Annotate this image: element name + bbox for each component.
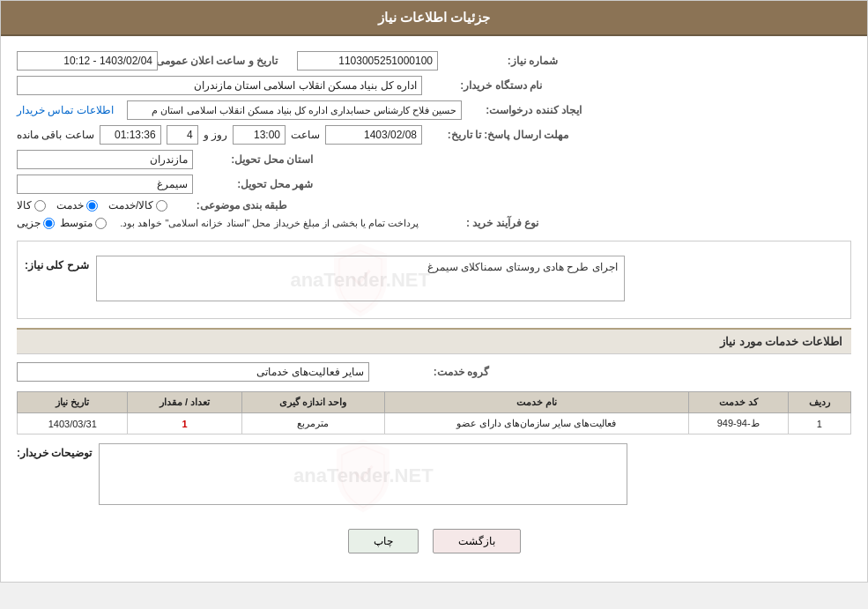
category-option-khedmat[interactable]: خدمت: [56, 199, 98, 212]
deadline-day-label: روز و: [204, 129, 227, 141]
row-province: استان محل تحویل: مازندران: [17, 147, 851, 172]
row-need-number: شماره نیاز: 1103005251000100 تاریخ و ساع…: [17, 48, 851, 73]
category-option-kala[interactable]: کالا: [17, 199, 46, 212]
row-service-group: گروه خدمت: سایر فعالیت‌های خدماتی: [17, 360, 851, 384]
row-category: طبقه بندی موضوعی: کالا/خدمت خدمت کالا: [17, 197, 851, 214]
services-table: ردیف کد خدمت نام خدمت واحد اندازه گیری ت…: [17, 391, 851, 434]
row-city: شهر محل تحویل: سیمرغ: [17, 172, 851, 197]
city-value: سیمرغ: [17, 175, 193, 194]
province-value: مازندران: [17, 150, 193, 169]
province-label: استان محل تحویل:: [198, 153, 313, 166]
cell-date-1: 1403/03/31: [18, 413, 128, 434]
cell-code-1: ط-94-949: [688, 413, 788, 434]
purchase-option-mutavasset[interactable]: متوسط: [60, 217, 107, 229]
col-header-code: کد خدمت: [688, 392, 788, 413]
category-option-kala-khedmat[interactable]: کالا/خدمت: [108, 199, 167, 212]
row-purchase-type: نوع فرآیند خرید : پرداخت تمام یا بخشی از…: [17, 214, 851, 232]
print-button[interactable]: چاپ: [348, 529, 419, 553]
deadline-remaining-label: ساعت باقی مانده: [17, 129, 94, 141]
deadline-date: 1403/02/08: [325, 125, 422, 145]
row-buyer-org: نام دستگاه خریدار: اداره کل بنیاد مسکن ا…: [17, 73, 851, 98]
deadline-label: مهلت ارسال پاسخ: تا تاریخ:: [427, 129, 568, 141]
narration-textarea[interactable]: [96, 256, 625, 301]
purchase-jozi-label: جزیی: [17, 217, 41, 229]
row-creator: ایجاد کننده درخواست: حسین فلاح کارشناس ح…: [17, 98, 851, 123]
deadline-day: 4: [167, 125, 198, 145]
buyer-desc-label: توضیحات خریدار:: [17, 443, 92, 459]
page-title: جزئیات اطلاعات نیاز: [378, 10, 490, 25]
cell-name-1: فعالیت‌های سایر سازمان‌های دارای عضو: [384, 413, 688, 434]
bottom-buttons: بازگشت چاپ: [17, 516, 851, 569]
page-header: جزئیات اطلاعات نیاز: [1, 1, 867, 36]
narration-label: شرح کلی نیاز:: [25, 256, 89, 271]
deadline-remaining: 01:13:36: [100, 125, 161, 145]
buyer-org-value: اداره کل بنیاد مسکن انقلاب اسلامی استان …: [17, 76, 422, 95]
narration-container: anaTender.NET اجرای طرح هادی روستای سمنا…: [96, 256, 625, 304]
narration-inner: anaTender.NET اجرای طرح هادی روستای سمنا…: [25, 256, 843, 304]
col-header-unit: واحد اندازه گیری: [241, 392, 384, 413]
page-wrapper: جزئیات اطلاعات نیاز شماره نیاز: 11030052…: [0, 0, 868, 583]
content-area: شماره نیاز: 1103005251000100 تاریخ و ساع…: [1, 36, 867, 582]
cell-row-1: 1: [788, 413, 850, 434]
services-section-header: اطلاعات خدمات مورد نیاز: [17, 328, 851, 354]
service-group-label: گروه خدمت:: [375, 366, 489, 378]
category-kala-label: کالا: [17, 199, 32, 212]
col-header-quantity: تعداد / مقدار: [128, 392, 241, 413]
narration-section: anaTender.NET اجرای طرح هادی روستای سمنا…: [17, 241, 851, 319]
table-row: 1 ط-94-949 فعالیت‌های سایر سازمان‌های دا…: [18, 413, 851, 434]
city-label: شهر محل تحویل:: [198, 178, 313, 190]
radio-khedmat[interactable]: [86, 200, 98, 212]
creator-value: حسین فلاح کارشناس حسابداری اداره کل بنیا…: [127, 100, 462, 120]
deadline-time: 13:00: [233, 125, 286, 145]
buyer-desc-container: anaTender.NET: [99, 443, 627, 508]
purchase-note: پرداخت تمام یا بخشی از مبلغ خریداز محل "…: [120, 218, 419, 229]
back-button[interactable]: بازگشت: [433, 529, 521, 553]
creator-label: ایجاد کننده درخواست:: [467, 104, 582, 116]
category-radio-group: کالا/خدمت خدمت کالا: [17, 199, 167, 212]
col-header-row: ردیف: [788, 392, 850, 413]
cell-quantity-1: 1: [128, 413, 241, 434]
radio-kala-khedmat[interactable]: [156, 200, 167, 212]
category-label: طبقه بندی موضوعی:: [173, 199, 287, 212]
radio-mutavasset[interactable]: [95, 218, 107, 229]
radio-jozi[interactable]: [43, 218, 55, 229]
cell-unit-1: مترمربع: [241, 413, 384, 434]
need-number-label: شماره نیاز:: [443, 55, 558, 67]
category-kala-khedmat-label: کالا/خدمت: [108, 199, 153, 212]
buyer-desc-section: anaTender.NET توضیحات خریدار:: [17, 443, 851, 508]
row-deadline: مهلت ارسال پاسخ: تا تاریخ: 1403/02/08 سا…: [17, 123, 851, 147]
services-header-text: اطلاعات خدمات مورد نیاز: [720, 335, 842, 348]
col-header-date: تاریخ نیاز: [18, 392, 128, 413]
purchase-type-label: نوع فرآیند خرید :: [424, 217, 538, 229]
purchase-mutavasset-label: متوسط: [60, 217, 93, 229]
contact-link[interactable]: اطلاعات تماس خریدار: [17, 104, 114, 116]
radio-kala[interactable]: [34, 200, 46, 212]
category-khedmat-label: خدمت: [56, 199, 84, 212]
col-header-name: نام خدمت: [384, 392, 688, 413]
purchase-option-jozi[interactable]: جزیی: [17, 217, 55, 229]
deadline-time-label: ساعت: [291, 129, 320, 141]
service-group-value: سایر فعالیت‌های خدماتی: [17, 362, 369, 382]
date-value: 1403/02/04 - 10:12: [17, 51, 158, 71]
buyer-desc-textarea[interactable]: [99, 443, 627, 505]
date-label: تاریخ و ساعت اعلان عمومی:: [163, 55, 278, 67]
need-number-value: 1103005251000100: [297, 51, 438, 71]
buyer-org-label: نام دستگاه خریدار:: [427, 79, 542, 92]
